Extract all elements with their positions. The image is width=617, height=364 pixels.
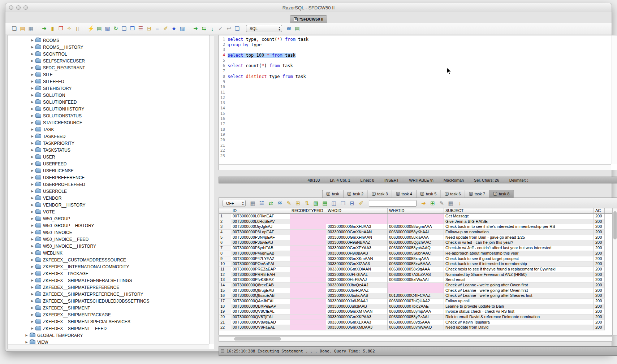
cell[interactable]: 00T3000000P3tuvEAB — [231, 240, 290, 246]
cell[interactable]: Check w/ Kevin Tsujihara — [444, 320, 594, 325]
sidebar-vertical-scrollbar[interactable] — [209, 35, 214, 344]
cell[interactable] — [290, 272, 326, 278]
disclosure-triangle-icon[interactable]: ▶ — [30, 279, 34, 282]
result-tab-task-3[interactable]: ✕task 3 — [367, 190, 392, 198]
tree-item[interactable]: ▶ZKFEDEX__SHIPMENT__FEED — [8, 325, 209, 332]
cell[interactable] — [290, 224, 326, 230]
cell[interactable]: 00T3000000QV9FaEAL — [231, 325, 290, 330]
tree-item[interactable]: ▶GLOBAL TEMPORARY — [8, 332, 209, 339]
disclosure-triangle-icon[interactable]: ▶ — [30, 162, 34, 165]
disclosure-triangle-icon[interactable]: ▶ — [30, 292, 34, 296]
cell[interactable]: 200 — [594, 315, 605, 320]
cell[interactable]: 00630000007blc2AAE — [388, 304, 444, 309]
disclosure-triangle-icon[interactable]: ▶ — [25, 334, 29, 337]
column-header-id[interactable]: ID — [231, 208, 290, 213]
split-view-icon[interactable]: ◫ — [330, 199, 338, 207]
disclosure-triangle-icon[interactable]: ▶ — [30, 39, 34, 42]
tree-item[interactable]: ▶W50_INVOICE__FEED — [8, 236, 209, 243]
tree-item[interactable]: ▶USERROLE — [8, 188, 209, 195]
tab-close-icon[interactable]: ✕ — [469, 192, 473, 196]
download-icon[interactable]: ↓ — [456, 199, 464, 207]
cell[interactable]: Check back in to see if she's interested… — [444, 224, 594, 230]
table-row[interactable]: 1200T3000000PRR8rEAH0033000000JFhGlAAL00… — [219, 272, 612, 278]
tree-item[interactable]: ▶WEBLINK — [8, 250, 209, 256]
format-sql-icon[interactable]: ≡ — [154, 25, 161, 32]
disclosure-triangle-icon[interactable]: ▶ — [30, 100, 34, 104]
cell[interactable] — [290, 246, 326, 251]
result-tab-task-2[interactable]: ✕task 2 — [343, 190, 367, 198]
cell[interactable] — [388, 288, 444, 294]
cell[interactable] — [290, 251, 326, 256]
tree-item[interactable]: ▶SELFSERVICEUSER — [8, 57, 209, 64]
cell[interactable]: 00630000005S0bnAAC — [388, 251, 444, 256]
cell[interactable]: 200 — [594, 288, 605, 294]
tab-close-icon[interactable]: ✕ — [327, 192, 330, 196]
cell[interactable]: 0033000000GmXM7AAN — [326, 309, 388, 315]
disclosure-triangle-icon[interactable]: ▶ — [30, 80, 34, 83]
tree-item[interactable]: ▶VENDOR — [8, 195, 209, 202]
edit-document-icon[interactable]: ❏ — [120, 25, 128, 32]
cell[interactable]: 00T3000000Q8rexEAB — [231, 283, 290, 288]
cell[interactable]: 0033000000GmXKnAAN — [326, 230, 388, 235]
cell[interactable]: 0033000000Ju9zlAAB — [326, 304, 388, 309]
tree-item[interactable]: ▶TASKPRIORITY — [8, 140, 209, 147]
cell[interactable]: 200 — [594, 251, 605, 256]
close-connection-icon[interactable]: ❐ — [57, 25, 65, 32]
copy-results-icon[interactable]: ❐ — [339, 199, 347, 207]
cell[interactable]: 00T3000000L0RknEAF — [231, 214, 290, 219]
cell[interactable]: Send email — [444, 277, 594, 283]
cell[interactable]: Nominated by Shane Freeman at ANZ (HR50) — [444, 272, 594, 278]
cell[interactable]: Check-in w/ Jeff - couldn't afford last … — [444, 246, 594, 251]
table-row[interactable]: 900T3000000P47LYEAZ0033000000GmXKmAAN006… — [219, 256, 612, 262]
sql-editor-text[interactable]: 1select type, count(*) from task2group b… — [219, 37, 611, 164]
column-header-recordtypeid[interactable]: RECORDTYPEID — [290, 208, 326, 213]
execute-sql-icon[interactable]: ⚡ — [87, 25, 95, 32]
cell[interactable] — [388, 214, 444, 219]
cell[interactable] — [290, 315, 326, 320]
disclosure-triangle-icon[interactable]: ▶ — [30, 251, 34, 255]
tab-close-icon[interactable]: ✕ — [396, 192, 400, 196]
cell[interactable]: 00T3000000OiyJgEAJ — [231, 224, 290, 230]
cell[interactable] — [290, 240, 326, 246]
cell[interactable]: 00T3000000Q8rugEAB — [231, 288, 290, 294]
tree-item[interactable]: ▶VIEW — [8, 339, 209, 344]
cell[interactable] — [290, 235, 326, 240]
document-tab[interactable]: ✕ *SFDCW50 II — [290, 15, 327, 23]
tab-close-icon[interactable]: ✕ — [420, 192, 424, 196]
sidebar-horizontal-scrollbar[interactable] — [8, 344, 209, 349]
cell[interactable]: 200 — [594, 304, 605, 309]
disclosure-triangle-icon[interactable]: ▶ — [30, 320, 34, 323]
cell[interactable]: 006300000058yhWAAQ — [388, 325, 444, 330]
table-row[interactable]: 600T3000000P3tuvEAB0033000000H9aNBAAZ006… — [219, 240, 612, 246]
disclosure-triangle-icon[interactable]: ▶ — [30, 210, 34, 213]
grid-horizontal-scrollbar[interactable] — [219, 336, 612, 342]
form-view-icon[interactable]: ▤ — [321, 199, 329, 207]
table-row[interactable]: 1700T3000000QAeJbEAL0033000000Ju9J9AAJ00… — [219, 299, 612, 304]
cell[interactable]: 200 — [594, 261, 605, 267]
table-row[interactable]: 200T3000000L0RqSEAVGive Jenn a BIG RAISE… — [219, 219, 612, 225]
execute-forward-icon[interactable]: ➔ — [192, 25, 199, 32]
cell[interactable] — [326, 219, 388, 225]
tab-close-icon[interactable]: ✕ — [372, 192, 375, 196]
cell[interactable]: 0033000000GmXLXAA3 — [326, 320, 388, 325]
results-list-icon[interactable]: ☰ — [137, 25, 144, 32]
cell[interactable] — [290, 283, 326, 288]
result-tab-task-8[interactable]: ✕task 8 — [489, 190, 514, 198]
cell[interactable]: 200 — [594, 256, 605, 262]
disclosure-triangle-icon[interactable]: ▶ — [30, 217, 34, 220]
column-header-whatid[interactable]: WHATID — [388, 208, 444, 213]
disclosure-triangle-icon[interactable]: ▶ — [25, 341, 29, 344]
result-tab-task-6[interactable]: ✕task 6 — [440, 190, 465, 198]
cell[interactable]: 006300000058yd5AAA — [388, 320, 444, 325]
disclosure-triangle-icon[interactable]: ▶ — [30, 327, 34, 330]
table-row[interactable]: 1500T3000000Q8rugEAB0033000000JbvRJAAZCh… — [219, 288, 612, 294]
copy-table-icon[interactable]: ⊟ — [348, 199, 356, 207]
grid-vertical-scrollbar[interactable] — [612, 208, 617, 335]
cell[interactable]: Check w/ Leanne - we're going after Owen… — [444, 288, 594, 294]
editor-horizontal-scrollbar[interactable] — [219, 164, 611, 170]
cell[interactable]: 006300000058xlaAAA — [388, 235, 444, 240]
tab-close-icon[interactable]: ✕ — [348, 192, 351, 196]
cell[interactable] — [290, 256, 326, 262]
tree-item[interactable]: ▶TASKSTATUS — [8, 147, 209, 153]
execute-all-icon[interactable]: ⇆ — [200, 25, 208, 32]
